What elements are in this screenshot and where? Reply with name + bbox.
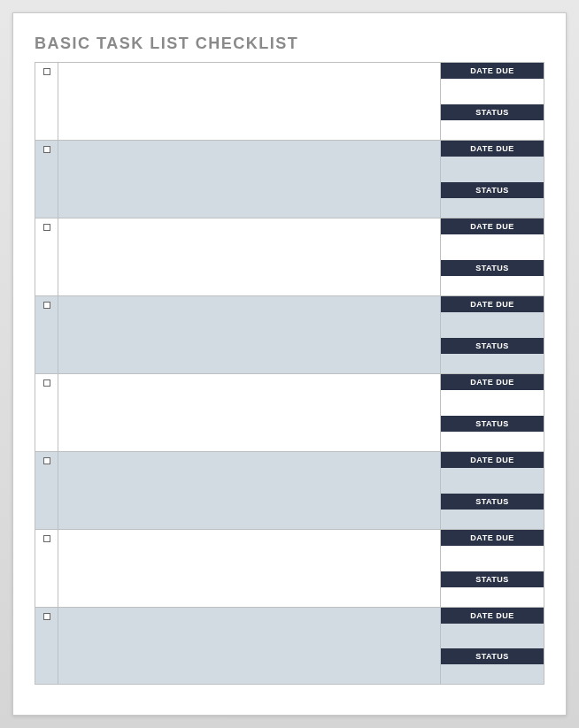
checkbox-cell — [35, 218, 58, 295]
status-header: STATUS — [441, 494, 544, 510]
checkbox-icon[interactable] — [43, 457, 50, 464]
checkbox-cell — [35, 452, 58, 529]
status-header: STATUS — [441, 260, 544, 276]
checkbox-icon[interactable] — [43, 302, 50, 309]
date-due-header: DATE DUE — [441, 218, 544, 234]
status-value[interactable] — [441, 354, 544, 374]
date-due-header: DATE DUE — [441, 608, 544, 624]
date-due-value[interactable] — [441, 157, 544, 177]
task-description-cell[interactable] — [58, 374, 441, 451]
task-meta: DATE DUESTATUS — [441, 608, 544, 684]
checkbox-cell — [35, 141, 58, 218]
date-due-value[interactable] — [441, 624, 544, 643]
date-due-value[interactable] — [441, 390, 544, 410]
task-description-cell[interactable] — [58, 218, 441, 295]
checkbox-icon[interactable] — [43, 535, 50, 542]
task-row: DATE DUESTATUS — [35, 607, 544, 685]
status-header: STATUS — [441, 182, 544, 198]
task-rows: DATE DUESTATUSDATE DUESTATUSDATE DUESTAT… — [35, 62, 544, 685]
checkbox-cell — [35, 608, 58, 684]
status-header: STATUS — [441, 416, 544, 432]
checkbox-cell — [35, 530, 58, 607]
task-row: DATE DUESTATUS — [35, 451, 544, 529]
task-description-cell[interactable] — [58, 530, 441, 607]
date-due-header: DATE DUE — [441, 296, 544, 312]
date-due-header: DATE DUE — [441, 63, 544, 79]
task-description-cell[interactable] — [58, 608, 441, 684]
status-header: STATUS — [441, 571, 544, 587]
checkbox-icon[interactable] — [43, 224, 50, 231]
task-description-cell[interactable] — [58, 296, 441, 373]
status-value[interactable] — [441, 587, 544, 608]
date-due-header: DATE DUE — [441, 530, 544, 546]
checkbox-icon[interactable] — [43, 68, 50, 75]
task-row: DATE DUESTATUS — [35, 373, 544, 451]
date-due-value[interactable] — [441, 468, 544, 488]
status-value[interactable] — [441, 510, 544, 530]
date-due-header: DATE DUE — [441, 141, 544, 157]
task-row: DATE DUESTATUS — [35, 295, 544, 373]
status-value[interactable] — [441, 432, 544, 452]
task-row: DATE DUESTATUS — [35, 140, 544, 218]
task-row: DATE DUESTATUS — [35, 218, 544, 295]
task-description-cell[interactable] — [58, 141, 441, 218]
checkbox-cell — [35, 296, 58, 373]
task-meta: DATE DUESTATUS — [441, 141, 544, 218]
checkbox-icon[interactable] — [43, 379, 50, 387]
checkbox-cell — [35, 63, 58, 140]
status-value[interactable] — [441, 664, 544, 684]
task-row: DATE DUESTATUS — [35, 62, 544, 140]
task-meta: DATE DUESTATUS — [441, 374, 544, 451]
task-description-cell[interactable] — [58, 63, 441, 140]
checkbox-icon[interactable] — [43, 146, 50, 153]
date-due-header: DATE DUE — [441, 452, 544, 468]
checkbox-cell — [35, 374, 58, 451]
status-value[interactable] — [441, 198, 544, 218]
date-due-value[interactable] — [441, 312, 544, 333]
document-page: BASIC TASK LIST CHECKLIST DATE DUESTATUS… — [12, 12, 567, 716]
checkbox-icon[interactable] — [43, 613, 50, 620]
task-meta: DATE DUESTATUS — [441, 530, 544, 607]
status-header: STATUS — [441, 338, 544, 354]
date-due-value[interactable] — [441, 546, 544, 566]
task-description-cell[interactable] — [58, 452, 441, 529]
date-due-value[interactable] — [441, 79, 544, 99]
task-row: DATE DUESTATUS — [35, 529, 544, 607]
date-due-header: DATE DUE — [441, 374, 544, 390]
task-meta: DATE DUESTATUS — [441, 452, 544, 529]
task-meta: DATE DUESTATUS — [441, 63, 544, 140]
status-header: STATUS — [441, 648, 544, 664]
status-value[interactable] — [441, 276, 544, 296]
task-meta: DATE DUESTATUS — [441, 296, 544, 373]
page-title: BASIC TASK LIST CHECKLIST — [35, 34, 544, 53]
task-meta: DATE DUESTATUS — [441, 218, 544, 295]
status-header: STATUS — [441, 104, 544, 120]
status-value[interactable] — [441, 120, 544, 141]
date-due-value[interactable] — [441, 234, 544, 255]
